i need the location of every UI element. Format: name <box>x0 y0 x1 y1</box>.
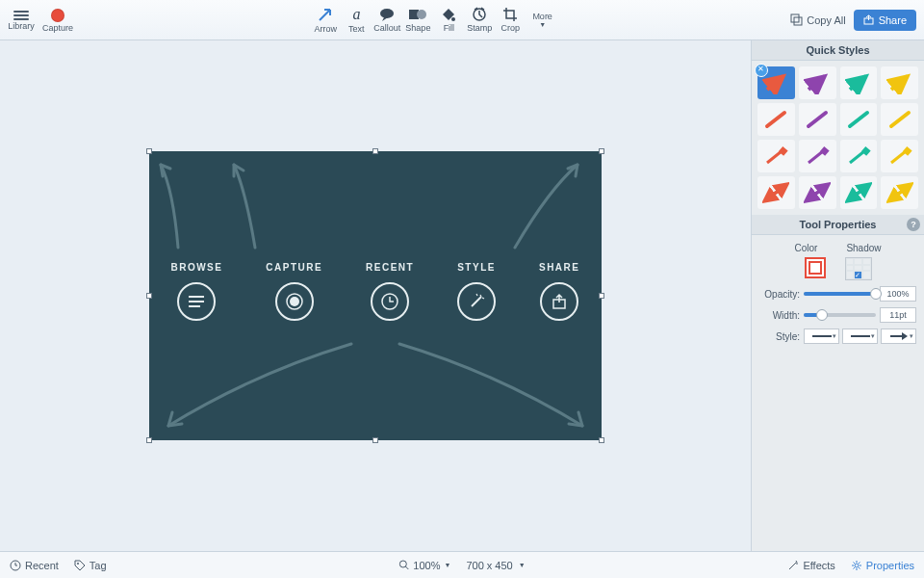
opacity-value[interactable]: 100% <box>880 286 916 302</box>
resize-handle[interactable] <box>146 148 152 154</box>
fill-icon <box>441 7 456 22</box>
svg-line-24 <box>850 151 864 163</box>
line-style-select[interactable]: ▾ <box>804 328 839 344</box>
canvas-item-capture: CAPTURE <box>266 262 322 321</box>
resize-handle[interactable] <box>599 437 604 443</box>
resize-handle[interactable] <box>599 148 604 154</box>
hamburger-icon <box>13 11 29 20</box>
quick-style[interactable] <box>881 103 918 136</box>
quick-style[interactable] <box>881 66 918 99</box>
width-value[interactable]: 11pt <box>880 307 916 323</box>
tool-crop[interactable]: Crop <box>496 7 525 33</box>
svg-rect-25 <box>861 146 871 156</box>
resize-handle[interactable] <box>146 293 152 299</box>
quick-style[interactable] <box>881 176 918 209</box>
quick-style[interactable] <box>881 140 918 172</box>
end-style-select[interactable]: ▾ <box>842 328 878 344</box>
svg-line-31 <box>892 187 908 198</box>
tool-fill[interactable]: Fill <box>434 7 463 33</box>
head-style-select[interactable]: ▾ <box>881 328 916 344</box>
property-tabs: Color Shadow <box>759 243 916 253</box>
svg-rect-6 <box>794 17 802 25</box>
clock-icon <box>380 292 399 311</box>
copy-all-button[interactable]: Copy All <box>790 13 845 26</box>
capture-label: Capture <box>42 23 73 33</box>
tag-icon <box>74 560 86 571</box>
quick-style[interactable] <box>757 66 795 99</box>
toolbar: Library Capture Arrow a Text Callout Sha… <box>0 0 924 40</box>
tab-color[interactable]: Color <box>794 243 817 253</box>
quick-style[interactable] <box>799 103 836 136</box>
quick-style[interactable] <box>840 66 878 99</box>
tool-arrow[interactable]: Arrow <box>311 6 340 34</box>
tab-shadow[interactable]: Shadow <box>846 243 881 253</box>
svg-rect-23 <box>820 146 830 156</box>
quick-style[interactable] <box>757 103 795 136</box>
search-icon <box>398 560 409 570</box>
svg-line-18 <box>850 113 867 126</box>
width-label: Width: <box>759 310 800 321</box>
share-button[interactable]: Share <box>854 10 916 31</box>
quick-style[interactable] <box>799 66 836 99</box>
resize-handle[interactable] <box>372 437 378 443</box>
more-button[interactable]: More ▼ <box>532 12 552 28</box>
svg-line-14 <box>850 76 866 90</box>
resize-handle[interactable] <box>146 437 152 443</box>
svg-line-38 <box>405 566 408 569</box>
status-bar: Recent Tag 100%▼ 700 x 450▼ Effects Prop… <box>0 551 924 578</box>
color-swatch[interactable] <box>805 257 826 278</box>
resize-handle[interactable] <box>372 148 378 154</box>
quick-style[interactable] <box>840 140 878 172</box>
tool-text[interactable]: a Text <box>342 6 371 34</box>
opacity-slider[interactable] <box>804 292 876 296</box>
svg-point-3 <box>451 17 455 21</box>
quick-style[interactable] <box>757 176 795 209</box>
callout-icon <box>378 7 396 22</box>
tool-shape[interactable]: Shape <box>403 7 432 33</box>
capture-button[interactable]: Capture <box>42 7 73 33</box>
svg-line-13 <box>808 76 825 90</box>
share-up-icon <box>863 14 874 25</box>
canvas-item-browse: BROWSE <box>170 262 222 321</box>
svg-rect-27 <box>902 146 911 156</box>
svg-point-9 <box>290 297 299 306</box>
tool-callout[interactable]: Callout <box>372 7 401 33</box>
chevron-down-icon: ▼ <box>539 21 546 28</box>
arrow-icon <box>317 6 334 23</box>
gear-icon <box>851 560 862 571</box>
quick-style[interactable] <box>840 103 878 136</box>
library-label: Library <box>8 21 35 31</box>
canvas-area[interactable]: BROWSE CAPTURE RECENT STYLE SHARE <box>0 40 751 551</box>
quick-style[interactable] <box>757 140 795 172</box>
clock-icon <box>10 560 21 571</box>
dimensions-display[interactable]: 700 x 450▼ <box>466 560 525 571</box>
quick-styles-header: Quick Styles <box>752 40 924 61</box>
shadow-swatch[interactable]: ✓ <box>845 257 872 280</box>
svg-rect-5 <box>791 14 799 22</box>
svg-line-20 <box>767 151 782 163</box>
properties-button[interactable]: Properties <box>851 560 914 571</box>
quick-style[interactable] <box>799 140 836 172</box>
menu-button[interactable]: Library <box>6 9 37 31</box>
help-icon[interactable]: ? <box>907 218 920 231</box>
copy-icon <box>790 13 803 26</box>
width-slider[interactable] <box>804 313 876 317</box>
effects-button[interactable]: Effects <box>787 560 834 571</box>
resize-handle[interactable] <box>599 293 604 299</box>
status-recent[interactable]: Recent <box>10 560 59 571</box>
svg-point-39 <box>855 564 859 567</box>
quick-style[interactable] <box>840 176 878 209</box>
svg-point-37 <box>399 561 406 567</box>
svg-line-12 <box>767 76 783 90</box>
zoom-control[interactable]: 100%▼ <box>398 560 450 571</box>
svg-point-2 <box>417 10 426 19</box>
share-icon <box>551 293 568 310</box>
canvas-image[interactable]: BROWSE CAPTURE RECENT STYLE SHARE <box>149 151 602 440</box>
svg-line-15 <box>891 76 908 90</box>
wand-icon <box>467 292 486 311</box>
status-tag[interactable]: Tag <box>74 560 107 571</box>
tool-stamp[interactable]: Stamp <box>465 7 494 33</box>
svg-line-30 <box>851 187 866 198</box>
quick-style[interactable] <box>799 176 836 209</box>
stamp-icon <box>472 7 487 22</box>
